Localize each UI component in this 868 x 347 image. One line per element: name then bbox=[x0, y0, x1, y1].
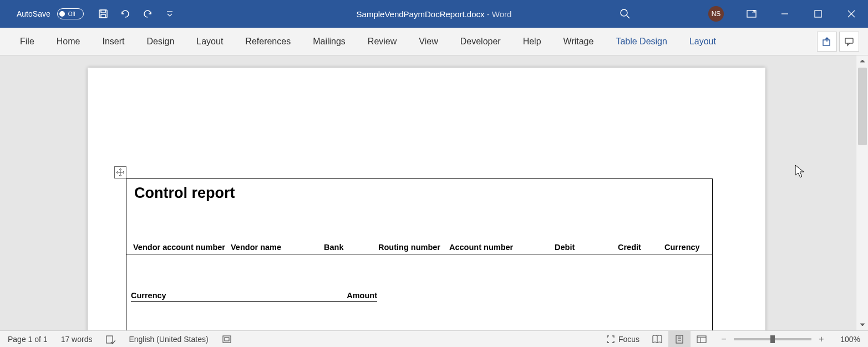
report-table[interactable]: Control report Vendor account number Ven… bbox=[126, 178, 713, 330]
table-spacer bbox=[126, 204, 712, 243]
user-badge[interactable]: NS bbox=[708, 6, 724, 22]
col-currency[interactable]: Currency bbox=[662, 243, 708, 252]
search-icon bbox=[620, 8, 631, 19]
tab-references[interactable]: References bbox=[234, 28, 302, 55]
vertical-scrollbar[interactable] bbox=[856, 55, 868, 330]
word-count[interactable]: 17 words bbox=[61, 335, 93, 344]
toggle-dot-icon bbox=[59, 11, 65, 17]
move-icon bbox=[116, 168, 125, 177]
zoom-thumb[interactable] bbox=[770, 335, 775, 343]
minimize-button[interactable] bbox=[768, 0, 801, 28]
status-right: Focus − + 100% bbox=[600, 331, 860, 348]
sub-row-wrap: Currency Amount bbox=[126, 291, 712, 305]
tab-design[interactable]: Design bbox=[135, 28, 185, 55]
sub-currency[interactable]: Currency bbox=[131, 291, 254, 301]
tab-help[interactable]: Help bbox=[512, 28, 552, 55]
col-debit[interactable]: Debit bbox=[552, 243, 616, 252]
minimize-icon bbox=[781, 10, 789, 18]
zoom-controls: − + bbox=[713, 334, 833, 344]
spellcheck-icon bbox=[105, 334, 115, 344]
user-initials: NS bbox=[712, 10, 721, 18]
tab-table-layout[interactable]: Layout bbox=[678, 28, 727, 55]
tab-writage[interactable]: Writage bbox=[552, 28, 605, 55]
zoom-slider[interactable] bbox=[734, 338, 811, 340]
maximize-icon bbox=[814, 10, 822, 18]
share-button[interactable] bbox=[817, 32, 837, 52]
tab-review[interactable]: Review bbox=[357, 28, 408, 55]
statusbar: Page 1 of 1 17 words English (United Sta… bbox=[0, 330, 868, 347]
svg-rect-12 bbox=[845, 38, 853, 43]
svg-rect-16 bbox=[676, 335, 683, 343]
scroll-up-button[interactable] bbox=[856, 55, 868, 67]
title-separator: - bbox=[485, 9, 492, 19]
ribbon-tabs: File Home Insert Design Layout Reference… bbox=[9, 28, 727, 55]
tab-mailings[interactable]: Mailings bbox=[302, 28, 357, 55]
chevron-up-icon bbox=[860, 59, 865, 63]
tab-layout[interactable]: Layout bbox=[185, 28, 234, 55]
tab-developer[interactable]: Developer bbox=[449, 28, 512, 55]
scroll-down-button[interactable] bbox=[856, 319, 868, 330]
body-spacer bbox=[126, 254, 712, 291]
zoom-percent[interactable]: 100% bbox=[833, 335, 860, 344]
print-layout-button[interactable] bbox=[668, 331, 691, 348]
col-vendor-name[interactable]: Vendor name bbox=[229, 243, 322, 252]
svg-rect-1 bbox=[101, 10, 105, 13]
autosave-toggle[interactable]: Off bbox=[57, 8, 84, 19]
col-bank[interactable]: Bank bbox=[322, 243, 376, 252]
spellcheck-button[interactable] bbox=[105, 334, 115, 344]
qat-customize-button[interactable] bbox=[160, 4, 179, 23]
maximize-button[interactable] bbox=[801, 0, 835, 28]
svg-rect-15 bbox=[225, 338, 229, 341]
redo-button[interactable] bbox=[138, 4, 157, 23]
col-account[interactable]: Account number bbox=[447, 243, 552, 252]
language-indicator[interactable]: English (United States) bbox=[129, 335, 208, 344]
save-icon bbox=[98, 9, 108, 19]
tab-view[interactable]: View bbox=[408, 28, 449, 55]
col-vendor-account[interactable]: Vendor account number bbox=[131, 243, 229, 252]
scroll-thumb[interactable] bbox=[858, 68, 867, 145]
cursor-icon bbox=[795, 165, 806, 181]
focus-label: Focus bbox=[618, 335, 639, 344]
undo-button[interactable] bbox=[116, 4, 135, 23]
page-indicator[interactable]: Page 1 of 1 bbox=[8, 335, 48, 344]
svg-rect-20 bbox=[697, 336, 706, 343]
read-mode-icon bbox=[652, 335, 663, 344]
zoom-in-button[interactable]: + bbox=[816, 334, 827, 344]
autosave-label: AutoSave bbox=[17, 9, 50, 18]
table-move-handle[interactable] bbox=[114, 166, 126, 178]
web-layout-icon bbox=[696, 335, 707, 344]
col-routing[interactable]: Routing number bbox=[376, 243, 447, 252]
close-button[interactable] bbox=[835, 0, 868, 28]
appname: Word bbox=[492, 9, 512, 19]
tab-file[interactable]: File bbox=[9, 28, 45, 55]
focus-icon bbox=[606, 335, 615, 344]
titlebar-right: NS bbox=[608, 0, 868, 28]
comments-button[interactable] bbox=[839, 32, 859, 52]
tab-table-design[interactable]: Table Design bbox=[605, 28, 678, 55]
svg-rect-14 bbox=[223, 336, 231, 343]
table-header-row[interactable]: Vendor account number Vendor name Bank R… bbox=[126, 243, 712, 254]
tab-insert[interactable]: Insert bbox=[91, 28, 135, 55]
status-left: Page 1 of 1 17 words English (United Sta… bbox=[8, 334, 232, 344]
tab-home[interactable]: Home bbox=[45, 28, 92, 55]
zoom-out-button[interactable]: − bbox=[718, 334, 729, 344]
redo-icon bbox=[142, 9, 153, 19]
ribbon: File Home Insert Design Layout Reference… bbox=[0, 28, 868, 55]
read-mode-button[interactable] bbox=[646, 331, 668, 348]
titlebar-left: AutoSave Off bbox=[0, 4, 179, 23]
svg-rect-13 bbox=[106, 336, 113, 343]
sub-amount[interactable]: Amount bbox=[254, 291, 377, 301]
web-layout-button[interactable] bbox=[691, 331, 713, 348]
col-credit[interactable]: Credit bbox=[616, 243, 662, 252]
search-button[interactable] bbox=[608, 0, 642, 28]
titlebar: AutoSave Off SampleVendPaymDocReport.doc… bbox=[0, 0, 868, 28]
save-button[interactable] bbox=[94, 4, 113, 23]
autosave-state: Off bbox=[68, 11, 75, 17]
report-title[interactable]: Control report bbox=[126, 179, 712, 204]
macro-button[interactable] bbox=[222, 334, 232, 344]
document-area[interactable]: Control report Vendor account number Ven… bbox=[0, 55, 868, 330]
focus-button[interactable]: Focus bbox=[600, 331, 646, 348]
svg-point-4 bbox=[621, 9, 627, 16]
sub-header-row[interactable]: Currency Amount bbox=[131, 291, 377, 302]
ribbon-display-button[interactable] bbox=[735, 0, 768, 28]
